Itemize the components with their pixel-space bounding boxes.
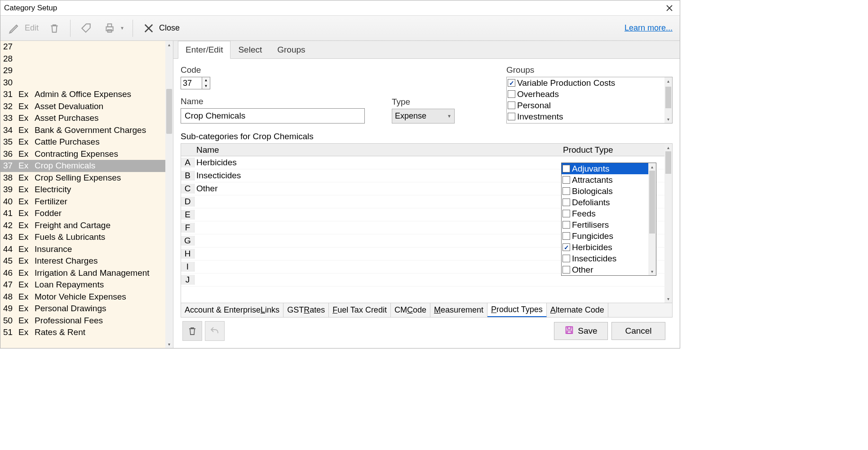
product-type-option[interactable]: Adjuvants bbox=[562, 163, 656, 174]
save-button[interactable]: Save bbox=[554, 322, 608, 340]
product-type-dropdown[interactable]: AdjuvantsAttractantsBiologicalsDefoliant… bbox=[561, 163, 656, 276]
category-row[interactable]: 28 bbox=[0, 53, 173, 65]
detail-tab[interactable]: GST Rates bbox=[283, 303, 329, 317]
svg-rect-9 bbox=[567, 331, 571, 333]
category-row[interactable]: 36ExContracting Expenses bbox=[0, 148, 173, 160]
category-row[interactable]: 51ExRates & Rent bbox=[0, 326, 173, 339]
group-option[interactable]: Personal bbox=[507, 100, 664, 111]
product-type-option[interactable]: Feeds bbox=[562, 208, 656, 219]
checkbox-icon bbox=[562, 176, 570, 184]
scroll-down-icon[interactable]: ▾ bbox=[165, 340, 173, 348]
code-spin-down[interactable]: ▼ bbox=[202, 83, 210, 89]
tab-enter-edit[interactable]: Enter/Edit bbox=[178, 41, 230, 59]
detail-tab[interactable]: Fuel Tax Credit bbox=[329, 303, 391, 317]
print-button[interactable]: ▼ bbox=[99, 19, 127, 38]
group-option[interactable]: Overheads bbox=[507, 88, 664, 100]
category-row[interactable]: 46ExIrrigation & Land Management bbox=[0, 267, 173, 279]
dropdown-scrollbar[interactable]: ▴▾ bbox=[648, 163, 656, 275]
category-row[interactable]: 31ExAdmin & Office Expenses bbox=[0, 88, 173, 101]
edit-button[interactable]: Edit bbox=[4, 19, 41, 38]
detail-tab[interactable]: Measurement bbox=[430, 303, 487, 317]
category-row[interactable]: 33ExAsset Purchases bbox=[0, 112, 173, 124]
product-type-option[interactable]: Fungicides bbox=[562, 230, 656, 242]
checkbox-icon bbox=[562, 210, 570, 217]
category-row[interactable]: 40ExFertilizer bbox=[0, 196, 173, 208]
cancel-button[interactable]: Cancel bbox=[611, 322, 665, 340]
category-row[interactable]: 29 bbox=[0, 65, 173, 77]
save-icon bbox=[564, 325, 574, 337]
category-row[interactable]: 35ExCattle Purchases bbox=[0, 136, 173, 148]
checkbox-icon bbox=[508, 101, 515, 109]
trash-icon bbox=[47, 21, 62, 36]
type-select[interactable]: Expense ▼ bbox=[392, 109, 455, 124]
groups-label: Groups bbox=[506, 65, 673, 75]
scroll-thumb[interactable] bbox=[166, 89, 172, 134]
groups-scrollbar[interactable]: ▴ ▾ bbox=[664, 77, 672, 123]
category-row[interactable]: 34ExBank & Government Charges bbox=[0, 124, 173, 137]
category-row[interactable]: 32ExAsset Devaluation bbox=[0, 101, 173, 113]
scroll-thumb[interactable] bbox=[665, 87, 671, 108]
detail-tab[interactable]: Alternate Code bbox=[547, 303, 608, 317]
tab-groups[interactable]: Groups bbox=[270, 41, 313, 58]
detail-tab[interactable]: Product Types bbox=[487, 303, 547, 317]
delete-button[interactable] bbox=[44, 19, 65, 38]
product-type-option[interactable]: Attractants bbox=[562, 174, 656, 185]
category-row[interactable]: 48ExMotor Vehicle Expenses bbox=[0, 291, 173, 303]
undo-button[interactable] bbox=[205, 321, 225, 341]
chevron-down-icon: ▼ bbox=[447, 114, 452, 119]
category-row[interactable]: 41ExFodder bbox=[0, 207, 173, 220]
main-tabs: Enter/Edit Select Groups bbox=[173, 41, 680, 59]
table-row[interactable]: AHerbicidesAdjuvantsAttractantsBiologica… bbox=[181, 156, 664, 169]
category-row[interactable]: 47ExLoan Repayments bbox=[0, 279, 173, 291]
delete-subcat-button[interactable] bbox=[182, 321, 202, 341]
category-row[interactable]: 45ExInterest Charges bbox=[0, 255, 173, 267]
name-input[interactable] bbox=[181, 108, 365, 124]
category-row[interactable]: 38ExCrop Selling Expenses bbox=[0, 172, 173, 184]
category-row[interactable]: 27 bbox=[0, 41, 173, 53]
product-type-option[interactable]: Herbicides bbox=[562, 242, 656, 253]
learn-more-link[interactable]: Learn more... bbox=[624, 23, 673, 33]
detail-tab[interactable]: Account & Enterprise Links bbox=[181, 303, 283, 317]
close-button[interactable]: Close bbox=[138, 19, 182, 38]
product-type-option[interactable]: Other bbox=[562, 264, 656, 275]
scroll-thumb[interactable] bbox=[665, 151, 671, 174]
window-close-button[interactable] bbox=[663, 1, 676, 15]
category-row[interactable]: 50ExProfessional Fees bbox=[0, 315, 173, 327]
scroll-up-icon[interactable]: ▴ bbox=[664, 144, 672, 151]
tag-button[interactable] bbox=[76, 19, 97, 38]
grid-scrollbar[interactable]: ▴ ▾ bbox=[664, 144, 672, 303]
category-row[interactable]: 39ExElectricity bbox=[0, 184, 173, 196]
product-type-option[interactable]: Fertilisers bbox=[562, 219, 656, 230]
checkbox-icon bbox=[562, 187, 570, 195]
scroll-up-icon[interactable]: ▴ bbox=[664, 77, 672, 85]
group-option[interactable]: Investments bbox=[507, 111, 664, 122]
category-row[interactable]: 37ExCrop Chemicals bbox=[0, 160, 173, 172]
grid-header: Name Product Type bbox=[181, 144, 664, 156]
scroll-down-icon[interactable]: ▾ bbox=[664, 295, 672, 303]
group-option[interactable]: Variable Production Costs bbox=[507, 77, 664, 88]
sidebar-scrollbar[interactable]: ▴ ▾ bbox=[165, 41, 173, 348]
col-header-name: Name bbox=[195, 145, 561, 155]
checkbox-icon bbox=[562, 266, 570, 274]
checkbox-icon bbox=[508, 90, 515, 98]
tab-select[interactable]: Select bbox=[230, 41, 270, 58]
category-row[interactable]: 44ExInsurance bbox=[0, 243, 173, 256]
tag-icon bbox=[79, 21, 94, 36]
category-list-panel: 2728293031ExAdmin & Office Expenses32ExA… bbox=[0, 41, 173, 348]
category-row[interactable]: 43ExFuels & Lubricants bbox=[0, 231, 173, 243]
product-type-option[interactable]: Insecticides bbox=[562, 253, 656, 264]
title-bar: Category Setup bbox=[0, 0, 680, 16]
code-input[interactable] bbox=[181, 77, 202, 89]
code-spin-up[interactable]: ▲ bbox=[202, 77, 210, 83]
groups-listbox[interactable]: Variable Production CostsOverheadsPerson… bbox=[506, 77, 673, 124]
category-row[interactable]: 42ExFreight and Cartage bbox=[0, 220, 173, 232]
category-row[interactable]: 49ExPersonal Drawings bbox=[0, 303, 173, 315]
printer-icon bbox=[102, 21, 117, 36]
product-type-option[interactable]: Biologicals bbox=[562, 185, 656, 197]
scroll-up-icon[interactable]: ▴ bbox=[165, 41, 173, 49]
svg-rect-8 bbox=[568, 326, 571, 329]
detail-tab[interactable]: CM Code bbox=[391, 303, 430, 317]
scroll-down-icon[interactable]: ▾ bbox=[664, 115, 672, 123]
category-row[interactable]: 30 bbox=[0, 77, 173, 89]
product-type-option[interactable]: Defoliants bbox=[562, 197, 656, 208]
